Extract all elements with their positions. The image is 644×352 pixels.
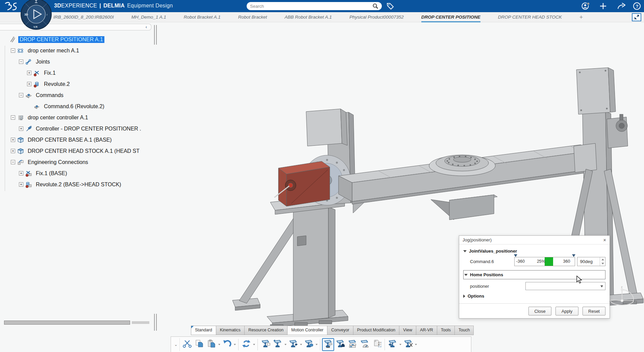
expand-node-icon[interactable]: + [11, 138, 15, 142]
mechanism-icon[interactable] [17, 47, 24, 54]
reset-button[interactable]: Reset [583, 307, 605, 315]
workbench-tab-touch[interactable]: Touch [454, 326, 474, 335]
document-tab-2[interactable]: MH_Demo_1 A.1 [131, 12, 166, 22]
new-mechanism-button[interactable] [272, 338, 284, 351]
workbench-tab-tools[interactable]: Tools [437, 326, 454, 335]
collapse-node-icon[interactable]: − [19, 93, 23, 97]
dropdown-arrow-icon[interactable] [284, 338, 287, 351]
speed-gauge-button[interactable] [358, 338, 371, 351]
scrollbar-thumb[interactable] [4, 321, 130, 325]
revolute-joint-icon[interactable] [33, 81, 40, 88]
tree-node-label[interactable]: Fix.1 [43, 70, 57, 76]
tree-node-label[interactable]: Controller - DROP CENTER POSITIONER . [34, 125, 143, 132]
expand-node-icon[interactable]: + [19, 126, 23, 131]
document-tab-6[interactable]: Physical Product00007352 [349, 12, 404, 22]
workbench-tab-view[interactable]: View [399, 326, 416, 335]
search-input[interactable] [250, 4, 372, 9]
home-positions-section-header[interactable]: Home Positions [463, 270, 605, 279]
tree-node-label[interactable]: Joints [34, 58, 51, 65]
dropdown-arrow-icon[interactable] [299, 338, 303, 351]
robot-gripper-button[interactable] [287, 338, 299, 351]
user-profile-button[interactable] [580, 1, 591, 11]
tree-node-label[interactable]: Revolute.2 (BASE->HEAD STOCK) [34, 181, 123, 188]
options-section-header[interactable]: Options [463, 294, 605, 299]
document-tab-8[interactable]: DROP CENTER HEAD STOCK [498, 12, 562, 22]
tree-node-label[interactable]: Command.6 (Revolute.2) [43, 103, 106, 110]
home-position-dropdown[interactable] [525, 282, 605, 290]
tree-node-label[interactable]: Commands [34, 92, 65, 99]
workbench-tab-conveyor[interactable]: Conveyor [327, 326, 353, 335]
travel-limits-button[interactable] [346, 338, 358, 351]
workbench-tab-standard[interactable]: Standard [191, 326, 216, 335]
tree-node-label[interactable]: Revolute.2 [43, 81, 71, 88]
toolbar-collapse-button[interactable]: ⌄ [172, 338, 180, 351]
tree-node-label[interactable]: Engineering Connections [26, 159, 90, 166]
update-button[interactable] [240, 338, 252, 351]
document-tab-3[interactable]: Robot Bracket A.1 [184, 12, 221, 22]
paste-button[interactable] [205, 338, 218, 351]
fix-connection-icon[interactable] [25, 170, 32, 177]
spinner-up-button[interactable] [600, 257, 605, 262]
restore-layout-button[interactable] [632, 13, 641, 21]
close-button[interactable]: Close [528, 307, 551, 315]
document-tab-1[interactable]: IRB_2600ID_8_200:IRB2600I [53, 12, 114, 22]
new-tab-button[interactable]: + [579, 12, 583, 22]
joint-value-field[interactable]: 90deg [577, 257, 600, 266]
mechanism-manager-button[interactable] [259, 338, 272, 351]
commands-icon[interactable] [25, 92, 32, 99]
tree-node-label[interactable]: DROP CENTER HEAD STOCK A.1 (HEAD ST [26, 148, 141, 155]
expand-node-icon[interactable]: + [19, 171, 23, 175]
controller-program-icon[interactable] [25, 125, 32, 132]
expand-node-icon[interactable]: + [19, 182, 23, 187]
share-button[interactable] [616, 1, 626, 11]
undo-button[interactable] [221, 338, 233, 351]
joints-icon[interactable] [25, 58, 32, 65]
dropdown-arrow-icon[interactable] [414, 338, 418, 351]
tools-root-icon[interactable] [9, 36, 16, 43]
connections-icon[interactable] [17, 159, 24, 166]
tree-node-label[interactable]: DROP CENTER POSITIONER A.1 [18, 36, 104, 43]
workbench-tab-ar-vr[interactable]: AR-VR [416, 326, 437, 335]
workbench-tab-kinematics[interactable]: Kinematics [216, 326, 244, 335]
tree-node-label[interactable]: DROP CENTER BASE A.1 (BASE) [26, 137, 113, 143]
robot-home-button[interactable] [334, 338, 346, 351]
controller-icon[interactable] [17, 114, 24, 121]
dropdown-arrow-icon[interactable] [218, 338, 221, 351]
slider-handle[interactable] [545, 257, 553, 266]
spinner-down-button[interactable] [600, 262, 605, 266]
collapse-node-icon[interactable]: − [19, 60, 23, 64]
copy-button[interactable] [193, 338, 205, 351]
workbench-tab-resource-creation[interactable]: Resource Creation [244, 326, 287, 335]
tree-node-label[interactable]: drop center controller A.1 [26, 114, 90, 121]
axis-values-button[interactable]: A-XB-YC-Z [371, 338, 383, 351]
compass-vr-quadrant[interactable]: V.R [33, 25, 38, 28]
cut-button[interactable] [181, 338, 193, 351]
dropdown-arrow-icon[interactable] [315, 338, 318, 351]
robot-tools-button[interactable] [402, 338, 414, 351]
3dexperience-compass[interactable]: 3D V.R i [20, 0, 52, 30]
jog-mechanism-button[interactable] [322, 338, 334, 351]
apply-button[interactable]: Apply [555, 307, 578, 315]
collapse-node-icon[interactable]: − [11, 115, 15, 120]
help-button[interactable]: ? [632, 1, 642, 11]
search-icon[interactable] [372, 3, 378, 9]
workbench-tab-product-modification[interactable]: Product Modification [353, 326, 399, 335]
document-tab-7[interactable]: DROP CENTER POSITIONE [421, 12, 480, 22]
fix-joint-icon[interactable] [33, 70, 40, 76]
collapse-node-icon[interactable]: − [11, 160, 15, 164]
dropdown-arrow-icon[interactable] [399, 338, 402, 351]
tree-node-label[interactable]: drop center mech A.1 [26, 47, 80, 54]
joint-values-section-header[interactable]: JointValues_positioner [463, 249, 605, 254]
expand-node-icon[interactable]: + [11, 149, 15, 153]
product-cube-icon[interactable] [17, 137, 24, 143]
tree-node-label[interactable]: Fix.1 (BASE) [34, 170, 68, 177]
joint-slider[interactable]: -360 25% 360 [514, 257, 575, 266]
product-cube-icon[interactable] [17, 148, 24, 155]
panel-splitter-bottom[interactable] [154, 314, 157, 331]
document-tab-4[interactable]: Robot Bracket [238, 12, 267, 22]
add-content-button[interactable] [598, 1, 608, 11]
robot-cube-button[interactable] [303, 338, 315, 351]
revolute-connection-icon[interactable] [25, 181, 32, 188]
dialog-title-bar[interactable]: Jog(positioner) × [459, 236, 610, 244]
workbench-tab-motion-controller[interactable]: Motion Controller [287, 326, 327, 335]
